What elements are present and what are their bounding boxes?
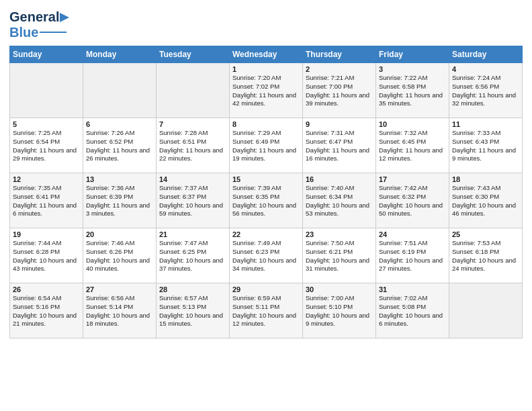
cell-info: Sunset: 6:52 PM [86,138,153,146]
cell-info: Daylight: 11 hours and 35 minutes. [379,91,446,109]
calendar-cell: 22Sunrise: 7:49 AMSunset: 6:23 PMDayligh… [230,228,303,283]
day-number: 23 [306,230,373,238]
header: General Blue [9,7,523,40]
calendar-cell: 19Sunrise: 7:44 AMSunset: 6:28 PMDayligh… [10,228,83,283]
weekday-header-wednesday: Wednesday [230,46,303,63]
cell-info: Daylight: 11 hours and 26 minutes. [86,146,153,164]
calendar-week-1: 1Sunrise: 7:20 AMSunset: 7:02 PMDaylight… [10,63,523,118]
calendar-cell: 3Sunrise: 7:22 AMSunset: 6:58 PMDaylight… [376,63,449,118]
day-number: 8 [232,120,300,128]
calendar-cell [10,63,83,118]
cell-info: Daylight: 11 hours and 6 minutes. [13,201,80,219]
cell-info: Sunrise: 6:54 AM [13,294,80,303]
day-number: 18 [452,175,519,183]
cell-info: Sunset: 6:47 PM [306,138,373,146]
cell-info: Sunset: 6:45 PM [379,138,446,146]
day-number: 9 [306,120,373,128]
weekday-header-saturday: Saturday [449,46,523,63]
cell-info: Sunset: 6:56 PM [452,83,519,91]
cell-info: Daylight: 10 hours and 56 minutes. [232,201,300,219]
calendar-cell: 8Sunrise: 7:29 AMSunset: 6:49 PMDaylight… [230,118,303,173]
calendar-cell: 23Sunrise: 7:50 AMSunset: 6:21 PMDayligh… [303,228,376,283]
calendar-cell: 18Sunrise: 7:43 AMSunset: 6:30 PMDayligh… [449,173,523,228]
cell-info: Daylight: 10 hours and 18 minutes. [86,312,153,329]
day-number: 21 [159,230,226,238]
calendar-week-2: 5Sunrise: 7:25 AMSunset: 6:54 PMDaylight… [10,118,523,173]
cell-info: Daylight: 11 hours and 42 minutes. [232,91,300,109]
cell-info: Daylight: 11 hours and 9 minutes. [452,146,519,164]
day-number: 16 [306,175,373,183]
cell-info: Sunrise: 7:51 AM [379,239,446,248]
day-number: 5 [13,120,80,128]
weekday-header-sunday: Sunday [10,46,83,63]
cell-info: Sunrise: 7:50 AM [306,239,373,248]
day-number: 13 [86,175,153,183]
day-number: 25 [452,230,519,238]
cell-info: Sunrise: 7:43 AM [452,184,519,193]
day-number: 4 [452,65,519,73]
cell-info: Sunset: 6:26 PM [86,248,153,257]
cell-info: Daylight: 11 hours and 19 minutes. [232,146,300,164]
cell-info: Sunrise: 7:32 AM [379,129,446,138]
page-container: General Blue SundayMondayTuesdayWednesda… [0,0,532,345]
cell-info: Sunrise: 7:37 AM [159,184,226,193]
weekday-header-friday: Friday [376,46,449,63]
day-number: 22 [232,230,300,238]
cell-info: Daylight: 10 hours and 21 minutes. [13,312,80,329]
calendar-cell: 24Sunrise: 7:51 AMSunset: 6:19 PMDayligh… [376,228,449,283]
cell-info: Sunrise: 7:44 AM [13,239,80,248]
calendar-cell: 14Sunrise: 7:37 AMSunset: 6:37 PMDayligh… [157,173,230,228]
cell-info: Sunrise: 7:33 AM [452,129,519,138]
cell-info: Daylight: 10 hours and 31 minutes. [306,257,373,274]
cell-info: Sunset: 6:30 PM [452,193,519,201]
calendar-week-5: 26Sunrise: 6:54 AMSunset: 5:16 PMDayligh… [10,283,523,338]
cell-info: Sunrise: 7:24 AM [452,74,519,83]
calendar-week-3: 12Sunrise: 7:35 AMSunset: 6:41 PMDayligh… [10,173,523,228]
calendar-cell: 29Sunrise: 6:59 AMSunset: 5:11 PMDayligh… [230,283,303,338]
calendar-cell: 15Sunrise: 7:39 AMSunset: 6:35 PMDayligh… [230,173,303,228]
cell-info: Sunrise: 7:22 AM [379,74,446,83]
calendar-cell: 5Sunrise: 7:25 AMSunset: 6:54 PMDaylight… [10,118,83,173]
cell-info: Sunset: 6:51 PM [159,138,226,146]
cell-info: Daylight: 10 hours and 15 minutes. [159,312,226,329]
cell-info: Sunset: 6:49 PM [232,138,300,146]
calendar-cell: 2Sunrise: 7:21 AMSunset: 7:00 PMDaylight… [303,63,376,118]
logo-arrow-icon [60,13,69,22]
cell-info: Daylight: 10 hours and 53 minutes. [306,201,373,219]
calendar-cell: 21Sunrise: 7:47 AMSunset: 6:25 PMDayligh… [157,228,230,283]
day-number: 12 [13,175,80,183]
calendar-cell: 28Sunrise: 6:57 AMSunset: 5:13 PMDayligh… [157,283,230,338]
cell-info: Daylight: 11 hours and 29 minutes. [13,146,80,164]
cell-info: Sunrise: 7:42 AM [379,184,446,193]
cell-info: Sunrise: 7:40 AM [306,184,373,193]
weekday-header-tuesday: Tuesday [157,46,230,63]
calendar-cell: 16Sunrise: 7:40 AMSunset: 6:34 PMDayligh… [303,173,376,228]
calendar-cell: 4Sunrise: 7:24 AMSunset: 6:56 PMDaylight… [449,63,523,118]
cell-info: Daylight: 11 hours and 39 minutes. [306,91,373,109]
day-number: 1 [232,65,300,73]
cell-info: Sunrise: 6:59 AM [232,294,300,303]
cell-info: Sunset: 7:00 PM [306,83,373,91]
cell-info: Sunset: 6:58 PM [379,83,446,91]
day-number: 6 [86,120,153,128]
cell-info: Daylight: 11 hours and 22 minutes. [159,146,226,164]
calendar-cell: 13Sunrise: 7:36 AMSunset: 6:39 PMDayligh… [83,173,157,228]
cell-info: Sunrise: 7:47 AM [159,239,226,248]
calendar-cell: 1Sunrise: 7:20 AMSunset: 7:02 PMDaylight… [230,63,303,118]
cell-info: Sunrise: 7:29 AM [232,129,300,138]
calendar-cell: 17Sunrise: 7:42 AMSunset: 6:32 PMDayligh… [376,173,449,228]
cell-info: Sunset: 6:23 PM [232,248,300,257]
cell-info: Sunrise: 7:35 AM [13,184,80,193]
logo-line [40,32,66,33]
cell-info: Sunrise: 7:46 AM [86,239,153,248]
cell-info: Sunset: 6:28 PM [13,248,80,257]
cell-info: Sunrise: 7:00 AM [306,294,373,303]
cell-info: Daylight: 11 hours and 12 minutes. [379,146,446,164]
cell-info: Daylight: 10 hours and 37 minutes. [159,257,226,274]
cell-info: Sunset: 6:21 PM [306,248,373,257]
calendar-cell: 31Sunrise: 7:02 AMSunset: 5:08 PMDayligh… [376,283,449,338]
cell-info: Sunset: 6:54 PM [13,138,80,146]
calendar-cell: 25Sunrise: 7:53 AMSunset: 6:18 PMDayligh… [449,228,523,283]
cell-info: Sunset: 5:08 PM [379,303,446,312]
day-number: 14 [159,175,226,183]
